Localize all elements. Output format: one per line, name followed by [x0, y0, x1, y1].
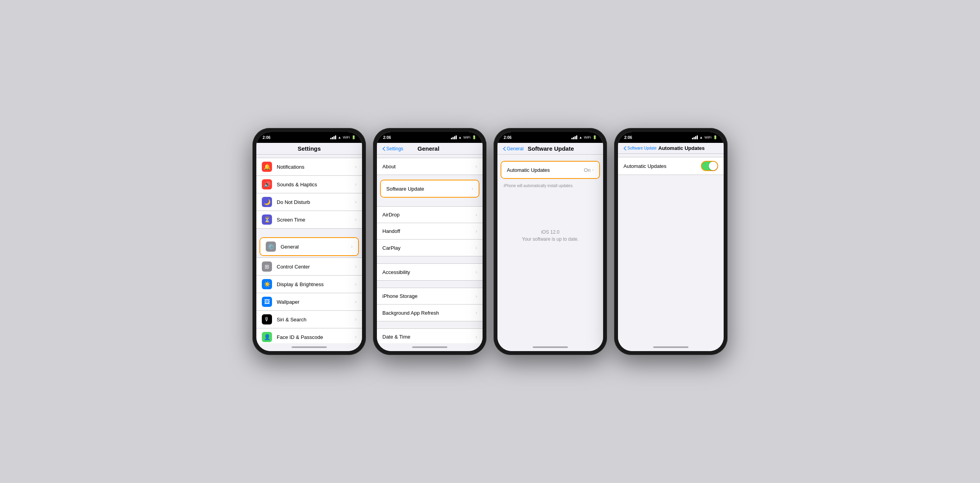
about-label: About — [382, 164, 476, 169]
controlcenter-icon: ⊞ — [262, 261, 272, 272]
auto-updates-value: On — [584, 167, 591, 173]
notifications-label: Notifications — [277, 164, 355, 170]
sounds-icon: 🔊 — [262, 179, 272, 189]
nav-title-1: Settings — [281, 145, 337, 152]
handoff-item[interactable]: Handoff › — [377, 223, 483, 240]
iphone-storage-label: iPhone Storage — [382, 293, 476, 299]
accessibility-label: Accessibility — [382, 269, 476, 275]
faceid-label: Face ID & Passcode — [277, 334, 355, 340]
wallpaper-icon: 🖼 — [262, 297, 272, 307]
general-label: General — [281, 244, 351, 250]
siri-icon: 🎙 — [262, 314, 272, 324]
carplay-item[interactable]: CarPlay › — [377, 240, 483, 256]
faceid-item[interactable]: 👤 Face ID & Passcode › — [256, 328, 362, 343]
screen-content-2[interactable]: About › Software Update › AirDrop › H — [377, 155, 483, 343]
status-time-1: 2:06 — [263, 135, 270, 140]
nav-bar-2: Settings General — [377, 143, 483, 155]
about-item[interactable]: About › — [377, 158, 483, 175]
controlcenter-label: Control Center — [277, 264, 355, 270]
notifications-icon: 🔔 — [262, 162, 272, 172]
ios-subtitle: Your software is up to date. — [522, 236, 579, 250]
phone-4: 2:06 ▲ WiFi 🔋 Software Update Autom — [614, 128, 728, 355]
status-icons-4: ▲ WiFi 🔋 — [692, 135, 717, 139]
airdrop-label: AirDrop — [382, 212, 476, 218]
toggle-knob — [709, 162, 717, 170]
background-refresh-item[interactable]: Background App Refresh › — [377, 305, 483, 321]
auto-updates-item[interactable]: Automatic Updates On › — [501, 162, 599, 178]
software-update-highlighted[interactable]: Software Update › — [380, 180, 479, 198]
phone-1: 2:06 ▲ WiFi 🔋 Settings — [252, 128, 366, 355]
datetime-label: Date & Time — [382, 334, 476, 340]
accessibility-group: Accessibility › — [377, 263, 483, 281]
auto-updates-group: Automatic Updates — [618, 157, 724, 175]
phone-3: 2:06 ▲ WiFi 🔋 General Software Upda — [494, 128, 607, 355]
airdrop-group: AirDrop › Handoff › CarPlay › — [377, 206, 483, 256]
auto-updates-label: Automatic Updates — [507, 167, 584, 173]
auto-updates-desc: iPhone will automatically install update… — [497, 182, 603, 194]
controlcenter-item[interactable]: ⊞ Control Center › — [256, 258, 362, 276]
back-to-general[interactable]: General — [503, 146, 524, 151]
screen-content-4[interactable]: Automatic Updates — [618, 154, 724, 343]
back-to-software-update[interactable]: Software Update — [623, 146, 657, 151]
home-indicator-1 — [256, 343, 362, 351]
back-to-settings[interactable]: Settings — [382, 146, 403, 151]
general-item[interactable]: ⚙️ General › — [260, 238, 358, 255]
handoff-label: Handoff — [382, 228, 476, 234]
wallpaper-label: Wallpaper — [277, 299, 355, 305]
software-update-label: Software Update — [386, 186, 472, 192]
phone-2: 2:06 ▲ WiFi 🔋 Settings General — [373, 128, 486, 355]
display-label: Display & Brightness — [277, 281, 355, 287]
siri-label: Siri & Search — [277, 317, 355, 323]
accessibility-item[interactable]: Accessibility › — [377, 264, 483, 280]
donotdisturb-item[interactable]: 🌙 Do Not Disturb › — [256, 193, 362, 211]
screen-content-3[interactable]: Automatic Updates On › iPhone will autom… — [497, 155, 603, 343]
status-time-4: 2:06 — [624, 135, 632, 140]
donotdisturb-icon: 🌙 — [262, 197, 272, 207]
notifications-item[interactable]: 🔔 Notifications › — [256, 158, 362, 176]
iphone-storage-item[interactable]: iPhone Storage › — [377, 288, 483, 305]
nav-bar-3: General Software Update — [497, 143, 603, 155]
settings-group-3: ⊞ Control Center › ☀️ Display & Brightne… — [256, 258, 362, 343]
background-refresh-label: Background App Refresh — [382, 310, 476, 316]
faceid-icon: 👤 — [262, 332, 272, 342]
about-group: About › — [377, 158, 483, 175]
datetime-group: Date & Time › Keyboard › Language & Regi… — [377, 328, 483, 343]
home-indicator-3 — [497, 343, 603, 351]
status-time-3: 2:06 — [504, 135, 512, 140]
auto-updates-highlighted[interactable]: Automatic Updates On › — [501, 161, 600, 179]
general-icon: ⚙️ — [266, 242, 276, 252]
datetime-item[interactable]: Date & Time › — [377, 329, 483, 343]
screentime-label: Screen Time — [277, 217, 355, 223]
nav-title-4: Automatic Updates — [657, 145, 707, 151]
donotdisturb-label: Do Not Disturb — [277, 199, 355, 205]
status-time-2: 2:06 — [383, 135, 391, 140]
notifications-chevron: › — [355, 164, 357, 169]
status-icons-2: ▲ WiFi 🔋 — [451, 135, 476, 139]
sounds-item[interactable]: 🔊 Sounds & Haptics › — [256, 176, 362, 193]
airdrop-item[interactable]: AirDrop › — [377, 207, 483, 223]
home-indicator-4 — [618, 343, 724, 351]
auto-updates-toggle-item[interactable]: Automatic Updates — [618, 157, 724, 175]
siri-item[interactable]: 🎙 Siri & Search › — [256, 311, 362, 328]
nav-bar-4: Software Update Automatic Updates — [618, 143, 724, 154]
status-icons-3: ▲ WiFi 🔋 — [571, 135, 597, 139]
screen-content-1[interactable]: 🔔 Notifications › 🔊 Sounds & Haptics › 🌙… — [256, 155, 362, 343]
sounds-label: Sounds & Haptics — [277, 182, 355, 187]
home-indicator-2 — [377, 343, 483, 351]
settings-group-1: 🔔 Notifications › 🔊 Sounds & Haptics › 🌙… — [256, 158, 362, 229]
software-update-item[interactable]: Software Update › — [381, 180, 479, 197]
ios-version: iOS 12.0 — [537, 218, 564, 236]
display-icon: ☀️ — [262, 279, 272, 289]
screentime-icon: ⏳ — [262, 214, 272, 225]
nav-bar-1: Settings — [256, 143, 362, 155]
wallpaper-item[interactable]: 🖼 Wallpaper › — [256, 293, 362, 311]
general-highlighted[interactable]: ⚙️ General › — [259, 237, 359, 256]
screentime-item[interactable]: ⏳ Screen Time › — [256, 211, 362, 228]
storage-group: iPhone Storage › Background App Refresh … — [377, 288, 483, 321]
display-item[interactable]: ☀️ Display & Brightness › — [256, 276, 362, 293]
status-icons-1: ▲ WiFi 🔋 — [330, 135, 356, 139]
auto-updates-toggle[interactable] — [701, 161, 718, 171]
auto-updates-toggle-label: Automatic Updates — [623, 163, 701, 169]
nav-title-3: Software Update — [524, 145, 578, 152]
carplay-label: CarPlay — [382, 245, 476, 251]
